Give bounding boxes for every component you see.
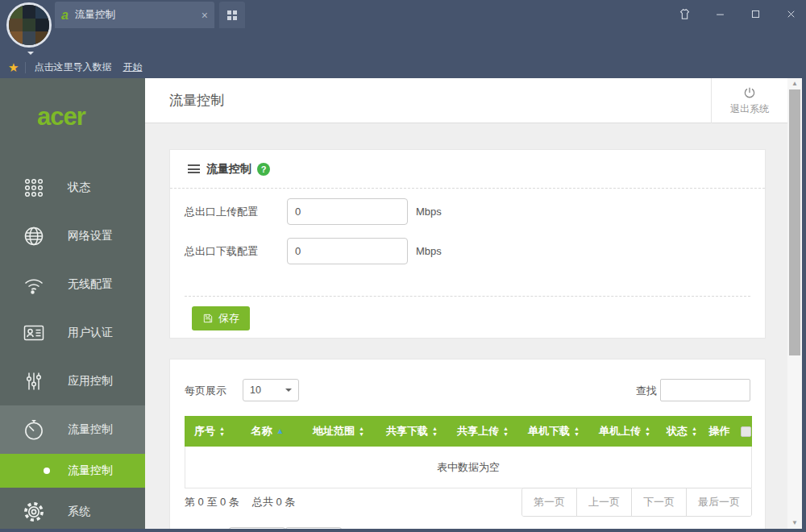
upload-unit-label: Mbps (416, 206, 442, 218)
tab-favicon-acer-icon: a (61, 8, 69, 23)
content-area: 流量控制 ? 总出口上传配置 Mbps 总出口下载配置 Mbps 保存 (145, 123, 787, 532)
prev-page-button[interactable]: 上一页 (576, 488, 631, 516)
col-header-status[interactable]: 状态 (660, 424, 704, 438)
sidebar-item-label: 用户认证 (68, 326, 113, 340)
sidebar-item-status[interactable]: 状态 (0, 164, 145, 212)
sliders-icon (22, 369, 46, 393)
floppy-save-icon (202, 313, 214, 324)
theme-skin-button[interactable] (677, 7, 692, 22)
wifi-icon (22, 272, 46, 297)
tab-grid-icon (226, 10, 238, 21)
sort-icon[interactable] (432, 426, 438, 437)
bookmarks-divider (25, 62, 26, 73)
sidebar-item-label: 系统 (68, 505, 90, 519)
sidebar-item-label: 应用控制 (68, 374, 113, 389)
col-header-shared-upload[interactable]: 共享上传 (447, 424, 518, 438)
col-header-index[interactable]: 序号 (185, 424, 235, 438)
window-border-right (802, 78, 806, 532)
select-all-checkbox[interactable] (741, 426, 751, 437)
sidebar-item-system[interactable]: 系统 (0, 488, 145, 532)
logout-button[interactable]: 退出系统 (711, 78, 787, 123)
sort-icon[interactable] (503, 426, 509, 437)
bookmarks-star-icon[interactable]: ★ (8, 60, 19, 75)
find-label: 查找 (636, 384, 657, 398)
close-window-button[interactable] (783, 7, 798, 22)
minimize-button[interactable] (713, 7, 727, 22)
find-input[interactable] (660, 379, 750, 401)
col-header-name[interactable]: 名称 (235, 424, 301, 438)
sidebar-subitem-traffic-control[interactable]: 流量控制 (0, 454, 145, 488)
scroll-down-icon[interactable]: ▼ (787, 517, 802, 529)
sidebar-item-label: 状态 (68, 181, 90, 195)
range-info: 第 0 至 0 条 (185, 495, 239, 509)
dashed-separator (185, 296, 750, 297)
save-label: 保存 (218, 311, 239, 326)
browser-tab[interactable]: a 流量控制 × (55, 2, 214, 28)
sidebar-item-app-control[interactable]: 应用控制 (0, 357, 145, 405)
col-header-single-download[interactable]: 单机下载 (518, 424, 589, 438)
pagination-group: 第一页 上一页 下一页 最后一页 (521, 488, 752, 517)
scroll-up-icon[interactable]: ▲ (787, 78, 802, 89)
sort-icon[interactable] (219, 426, 225, 437)
browser-window: a 流量控制 × (0, 0, 806, 532)
status-grid-icon (22, 176, 46, 200)
avatar-dropdown-caret-icon[interactable] (27, 52, 34, 58)
per-page-select[interactable]: 10 (243, 379, 299, 401)
active-bullet-icon (44, 468, 50, 474)
sidebar-item-user-auth[interactable]: 用户认证 (0, 309, 145, 357)
sort-icon[interactable] (692, 426, 697, 437)
per-page-label: 每页展示 (185, 384, 226, 398)
scrollbar-thumb[interactable] (789, 89, 800, 355)
table-controls: 每页展示 10 查找 (170, 379, 765, 401)
page-header: 流量控制 退出系统 (145, 78, 787, 123)
first-page-button[interactable]: 第一页 (522, 488, 576, 516)
sort-icon[interactable] (359, 426, 364, 437)
tab-close-icon[interactable]: × (202, 9, 208, 22)
sidebar-item-label: 流量控制 (68, 422, 113, 437)
pagination-info: 第 0 至 0 条 总共 0 条 (185, 495, 521, 509)
total-info: 总共 0 条 (252, 495, 295, 509)
sidebar: acer 状态 网络设置 (0, 78, 145, 529)
sidebar-item-traffic-control[interactable]: 流量控制 (0, 405, 145, 454)
help-icon[interactable]: ? (257, 163, 270, 176)
upload-config-input[interactable] (287, 198, 408, 225)
col-header-actions: 操作 (704, 424, 739, 438)
window-border-bottom (0, 529, 806, 532)
tab-title: 流量控制 (75, 8, 202, 22)
power-icon (742, 85, 757, 100)
last-page-button[interactable]: 最后一页 (686, 488, 751, 516)
next-page-button[interactable]: 下一页 (631, 488, 686, 516)
maximize-button[interactable] (748, 7, 762, 22)
sidebar-item-network-settings[interactable]: 网络设置 (0, 212, 145, 260)
user-avatar[interactable] (6, 2, 52, 48)
navigation-toolbar: 172.16.0.1 (0, 28, 806, 56)
sort-icon[interactable] (645, 426, 650, 437)
start-link[interactable]: 开始 (123, 60, 142, 74)
import-data-link[interactable]: 点击这里导入数据 (34, 60, 111, 74)
col-header-single-upload[interactable]: 单机上传 (589, 424, 660, 438)
acer-logo: acer (37, 102, 145, 131)
minimize-icon (714, 8, 726, 20)
page-title: 流量控制 (169, 91, 711, 110)
empty-table-row: 表中数据为空 (185, 447, 752, 488)
download-config-row: 总出口下载配置 Mbps (170, 238, 442, 264)
titlebar: a 流量控制 × (0, 0, 806, 28)
shirt-icon (678, 7, 692, 21)
sidebar-item-label: 网络设置 (68, 229, 113, 243)
col-header-address-range[interactable]: 地址范围 (301, 424, 376, 438)
sidebar-item-wireless-config[interactable]: 无线配置 (0, 260, 145, 309)
sort-asc-icon[interactable] (276, 427, 285, 435)
id-card-icon (22, 321, 46, 345)
sort-icon[interactable] (574, 426, 580, 437)
traffic-rules-table-panel: 每页展示 10 查找 序号 名称 地址范围 共享下载 共享上传 单机下载 单机上… (169, 359, 766, 532)
col-header-shared-download[interactable]: 共享下载 (376, 424, 447, 438)
panel-title: 流量控制 (206, 162, 251, 177)
upload-config-label: 总出口上传配置 (185, 205, 287, 219)
globe-icon (22, 224, 46, 248)
page-scrollbar[interactable]: ▲ ▼ (787, 78, 802, 529)
tab-list-button[interactable] (219, 2, 245, 28)
table-footer: 第 0 至 0 条 总共 0 条 第一页 上一页 下一页 最后一页 (185, 488, 752, 516)
save-button[interactable]: 保存 (192, 306, 250, 330)
download-unit-label: Mbps (416, 245, 442, 257)
download-config-input[interactable] (287, 238, 408, 264)
